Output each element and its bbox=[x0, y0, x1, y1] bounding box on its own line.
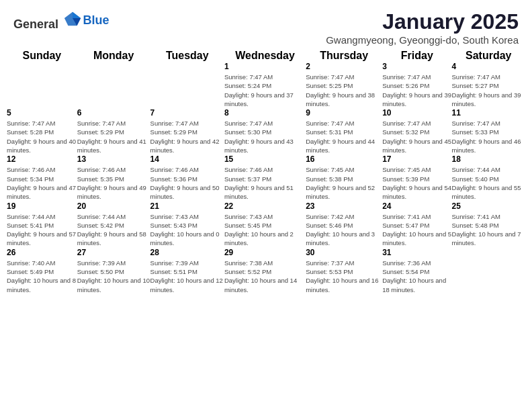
calendar-wrapper: SundayMondayTuesdayWednesdayThursdayFrid… bbox=[0, 50, 532, 301]
calendar-cell: 24Sunrise: 7:41 AM Sunset: 5:47 PM Dayli… bbox=[382, 201, 451, 248]
day-info: Sunrise: 7:42 AM Sunset: 5:46 PM Dayligh… bbox=[306, 212, 382, 248]
day-info: Sunrise: 7:43 AM Sunset: 5:43 PM Dayligh… bbox=[150, 212, 224, 248]
calendar-cell: 6Sunrise: 7:47 AM Sunset: 5:29 PM Daylig… bbox=[77, 108, 150, 154]
location: Gwangmyeong, Gyeonggi-do, South Korea bbox=[326, 34, 519, 46]
calendar-cell: 23Sunrise: 7:42 AM Sunset: 5:46 PM Dayli… bbox=[306, 201, 382, 248]
calendar-cell bbox=[150, 62, 224, 108]
day-info: Sunrise: 7:47 AM Sunset: 5:26 PM Dayligh… bbox=[382, 73, 451, 108]
day-info: Sunrise: 7:47 AM Sunset: 5:28 PM Dayligh… bbox=[7, 119, 77, 154]
day-info: Sunrise: 7:41 AM Sunset: 5:48 PM Dayligh… bbox=[452, 212, 525, 248]
day-info: Sunrise: 7:40 AM Sunset: 5:49 PM Dayligh… bbox=[7, 259, 77, 294]
calendar-cell: 20Sunrise: 7:44 AM Sunset: 5:42 PM Dayli… bbox=[77, 201, 150, 248]
calendar-cell: 22Sunrise: 7:43 AM Sunset: 5:45 PM Dayli… bbox=[224, 201, 306, 248]
logo-icon bbox=[63, 9, 82, 28]
calendar-cell: 21Sunrise: 7:43 AM Sunset: 5:43 PM Dayli… bbox=[150, 201, 224, 248]
calendar-cell: 16Sunrise: 7:45 AM Sunset: 5:38 PM Dayli… bbox=[306, 154, 382, 201]
title-section: January 2025 Gwangmyeong, Gyeonggi-do, S… bbox=[326, 9, 519, 46]
day-info: Sunrise: 7:36 AM Sunset: 5:54 PM Dayligh… bbox=[382, 259, 451, 294]
day-number: 21 bbox=[150, 201, 224, 211]
calendar-cell: 25Sunrise: 7:41 AM Sunset: 5:48 PM Dayli… bbox=[452, 201, 525, 248]
day-info: Sunrise: 7:47 AM Sunset: 5:31 PM Dayligh… bbox=[306, 119, 382, 154]
weekday-header-wednesday: Wednesday bbox=[224, 50, 306, 62]
day-number: 31 bbox=[382, 248, 451, 257]
day-number: 24 bbox=[382, 201, 451, 211]
weekday-header-monday: Monday bbox=[77, 50, 150, 62]
weekday-header-tuesday: Tuesday bbox=[150, 50, 224, 62]
day-number: 22 bbox=[224, 201, 306, 211]
day-number: 14 bbox=[150, 154, 224, 164]
calendar-week-1: 1Sunrise: 7:47 AM Sunset: 5:24 PM Daylig… bbox=[7, 62, 525, 108]
calendar-cell bbox=[7, 62, 77, 108]
day-number: 2 bbox=[306, 62, 382, 71]
calendar-cell: 29Sunrise: 7:38 AM Sunset: 5:52 PM Dayli… bbox=[224, 248, 306, 294]
day-number: 12 bbox=[7, 154, 77, 164]
calendar-week-2: 5Sunrise: 7:47 AM Sunset: 5:28 PM Daylig… bbox=[7, 108, 525, 154]
day-number: 15 bbox=[224, 154, 306, 164]
day-info: Sunrise: 7:45 AM Sunset: 5:38 PM Dayligh… bbox=[306, 165, 382, 201]
day-info: Sunrise: 7:39 AM Sunset: 5:51 PM Dayligh… bbox=[150, 259, 224, 294]
day-info: Sunrise: 7:43 AM Sunset: 5:45 PM Dayligh… bbox=[224, 212, 306, 248]
weekday-header-row: SundayMondayTuesdayWednesdayThursdayFrid… bbox=[7, 50, 525, 62]
day-number: 26 bbox=[7, 248, 77, 257]
weekday-header-friday: Friday bbox=[382, 50, 451, 62]
day-info: Sunrise: 7:47 AM Sunset: 5:30 PM Dayligh… bbox=[224, 119, 306, 154]
calendar-cell: 10Sunrise: 7:47 AM Sunset: 5:32 PM Dayli… bbox=[382, 108, 451, 154]
day-number: 5 bbox=[7, 108, 77, 118]
calendar-week-5: 26Sunrise: 7:40 AM Sunset: 5:49 PM Dayli… bbox=[7, 248, 525, 294]
month-year: January 2025 bbox=[326, 9, 519, 34]
calendar-week-4: 19Sunrise: 7:44 AM Sunset: 5:41 PM Dayli… bbox=[7, 201, 525, 248]
day-info: Sunrise: 7:38 AM Sunset: 5:52 PM Dayligh… bbox=[224, 259, 306, 294]
day-info: Sunrise: 7:47 AM Sunset: 5:32 PM Dayligh… bbox=[382, 119, 451, 154]
day-info: Sunrise: 7:46 AM Sunset: 5:35 PM Dayligh… bbox=[77, 165, 150, 201]
calendar-cell: 8Sunrise: 7:47 AM Sunset: 5:30 PM Daylig… bbox=[224, 108, 306, 154]
calendar-cell: 27Sunrise: 7:39 AM Sunset: 5:50 PM Dayli… bbox=[77, 248, 150, 294]
day-number: 20 bbox=[77, 201, 150, 211]
calendar-cell: 30Sunrise: 7:37 AM Sunset: 5:53 PM Dayli… bbox=[306, 248, 382, 294]
day-number: 13 bbox=[77, 154, 150, 164]
calendar-cell: 4Sunrise: 7:47 AM Sunset: 5:27 PM Daylig… bbox=[452, 62, 525, 108]
calendar-cell: 9Sunrise: 7:47 AM Sunset: 5:31 PM Daylig… bbox=[306, 108, 382, 154]
day-number: 27 bbox=[77, 248, 150, 257]
calendar-cell: 11Sunrise: 7:47 AM Sunset: 5:33 PM Dayli… bbox=[452, 108, 525, 154]
calendar-cell: 2Sunrise: 7:47 AM Sunset: 5:25 PM Daylig… bbox=[306, 62, 382, 108]
day-number: 25 bbox=[452, 201, 525, 211]
calendar-cell: 12Sunrise: 7:46 AM Sunset: 5:34 PM Dayli… bbox=[7, 154, 77, 201]
day-number: 8 bbox=[224, 108, 306, 118]
day-number: 17 bbox=[382, 154, 451, 164]
day-number: 9 bbox=[306, 108, 382, 118]
day-number: 19 bbox=[7, 201, 77, 211]
calendar-cell bbox=[452, 248, 525, 294]
day-number: 28 bbox=[150, 248, 224, 257]
day-info: Sunrise: 7:44 AM Sunset: 5:41 PM Dayligh… bbox=[7, 212, 77, 248]
day-number: 1 bbox=[224, 62, 306, 71]
calendar-cell: 19Sunrise: 7:44 AM Sunset: 5:41 PM Dayli… bbox=[7, 201, 77, 248]
calendar-cell: 13Sunrise: 7:46 AM Sunset: 5:35 PM Dayli… bbox=[77, 154, 150, 201]
day-info: Sunrise: 7:47 AM Sunset: 5:25 PM Dayligh… bbox=[306, 73, 382, 108]
day-info: Sunrise: 7:46 AM Sunset: 5:36 PM Dayligh… bbox=[150, 165, 224, 201]
calendar-cell: 1Sunrise: 7:47 AM Sunset: 5:24 PM Daylig… bbox=[224, 62, 306, 108]
day-info: Sunrise: 7:37 AM Sunset: 5:53 PM Dayligh… bbox=[306, 259, 382, 294]
day-number: 30 bbox=[306, 248, 382, 257]
day-info: Sunrise: 7:39 AM Sunset: 5:50 PM Dayligh… bbox=[77, 259, 150, 294]
weekday-header-saturday: Saturday bbox=[452, 50, 525, 62]
day-info: Sunrise: 7:44 AM Sunset: 5:42 PM Dayligh… bbox=[77, 212, 150, 248]
weekday-header-sunday: Sunday bbox=[7, 50, 77, 62]
calendar-cell: 18Sunrise: 7:44 AM Sunset: 5:40 PM Dayli… bbox=[452, 154, 525, 201]
day-number: 23 bbox=[306, 201, 382, 211]
day-number: 18 bbox=[452, 154, 525, 164]
calendar-cell: 28Sunrise: 7:39 AM Sunset: 5:51 PM Dayli… bbox=[150, 248, 224, 294]
calendar-cell: 31Sunrise: 7:36 AM Sunset: 5:54 PM Dayli… bbox=[382, 248, 451, 294]
day-info: Sunrise: 7:47 AM Sunset: 5:29 PM Dayligh… bbox=[77, 119, 150, 154]
calendar-week-3: 12Sunrise: 7:46 AM Sunset: 5:34 PM Dayli… bbox=[7, 154, 525, 201]
calendar-table: SundayMondayTuesdayWednesdayThursdayFrid… bbox=[7, 50, 525, 294]
day-info: Sunrise: 7:47 AM Sunset: 5:29 PM Dayligh… bbox=[150, 119, 224, 154]
day-info: Sunrise: 7:47 AM Sunset: 5:33 PM Dayligh… bbox=[452, 119, 525, 154]
day-number: 10 bbox=[382, 108, 451, 118]
logo-general: General bbox=[13, 17, 58, 31]
calendar-cell: 3Sunrise: 7:47 AM Sunset: 5:26 PM Daylig… bbox=[382, 62, 451, 108]
calendar-cell: 14Sunrise: 7:46 AM Sunset: 5:36 PM Dayli… bbox=[150, 154, 224, 201]
day-info: Sunrise: 7:47 AM Sunset: 5:24 PM Dayligh… bbox=[224, 73, 306, 108]
day-info: Sunrise: 7:46 AM Sunset: 5:37 PM Dayligh… bbox=[224, 165, 306, 201]
day-info: Sunrise: 7:44 AM Sunset: 5:40 PM Dayligh… bbox=[452, 165, 525, 201]
day-info: Sunrise: 7:41 AM Sunset: 5:47 PM Dayligh… bbox=[382, 212, 451, 248]
